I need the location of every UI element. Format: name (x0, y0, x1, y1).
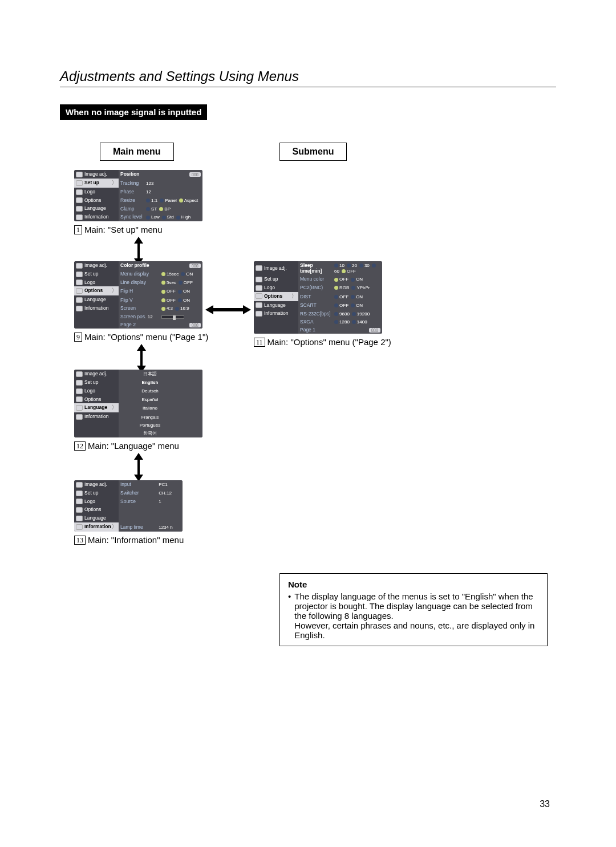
page-title: Adjustments and Settings Using Menus (60, 68, 556, 87)
page-number: 33 (540, 799, 550, 809)
osd-options-2: Image adj. Sleep time[min]10203060OFF Se… (254, 261, 382, 334)
header-main: Main menu (100, 143, 174, 161)
osd-information: Image adj.InputPC1 Set upSwitcherCH.12 L… (74, 480, 183, 532)
menu-icon (76, 172, 83, 177)
caption-information: 13Main: "Information" menu (74, 535, 184, 545)
caption-options-1: 9Main: "Options" menu ("Page 1") (74, 332, 208, 342)
osd-language: Image adj.日本語 Set upEnglish LogoDeutsch … (74, 370, 202, 437)
note-body-1: The display language of the menus is set… (294, 591, 533, 621)
header-sub: Submenu (279, 143, 347, 161)
osd-setup: Image adj. Position▯▯▯ Set up〉 Tracking1… (74, 170, 202, 221)
caption-setup: 1Main: "Set up" menu (74, 225, 202, 234)
note-box: Note • The display language of the menus… (279, 573, 548, 646)
caption-options-2: 11Main: "Options" menu ("Page 2") (254, 337, 391, 347)
section-banner: When no image signal is inputted (60, 104, 207, 120)
note-body-2: However, certain phrases and nouns, etc.… (294, 621, 534, 640)
osd-options-1: Image adj. Color profile▯▯▯ Set up Menu … (74, 261, 202, 329)
slider-icon (161, 315, 184, 319)
left-right-arrow-icon (205, 303, 251, 317)
up-down-arrow-icon (135, 344, 148, 372)
note-heading: Note (288, 579, 539, 589)
caption-language: 12Main: "Language" menu (74, 441, 202, 451)
up-down-arrow-icon (132, 453, 145, 481)
